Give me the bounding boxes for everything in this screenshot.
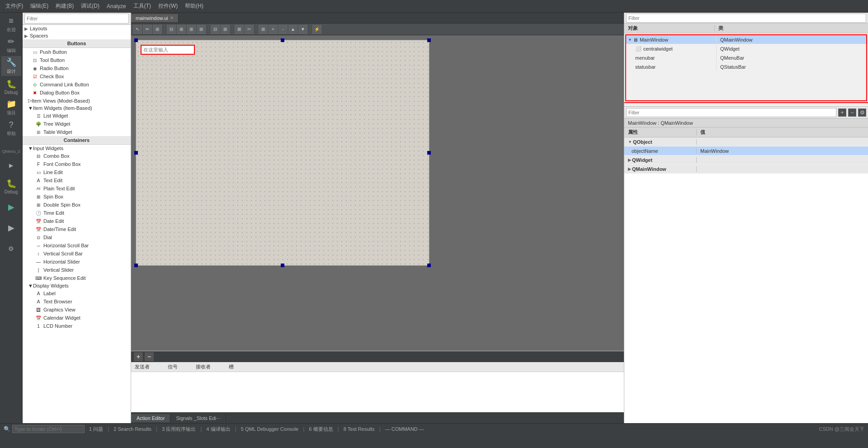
tree-item-check-box[interactable]: ☑ Check Box <box>23 72 131 80</box>
signals-tab-action-editor[interactable]: Action Editor <box>131 414 170 422</box>
tree-group-spacers[interactable]: ▶ Spacers <box>23 32 131 39</box>
sidebar-edit[interactable]: ✏ 编辑 <box>1 35 21 55</box>
sidebar-welcome[interactable]: ≡ 欢迎 <box>1 14 21 34</box>
menu-file[interactable]: 文件(F) <box>2 0 27 12</box>
tree-group-display-widgets[interactable]: ▼ Display Widgets <box>23 282 131 289</box>
sidebar-project[interactable]: 📁 项目 <box>1 98 21 118</box>
tree-item-tool-button[interactable]: ⊡ Tool Button <box>23 56 131 64</box>
prop-minus-button[interactable]: − <box>848 108 856 117</box>
prop-filter-input[interactable] <box>626 108 836 117</box>
tree-item-hscrollbar[interactable]: ↔ Horizontal Scroll Bar <box>23 241 131 250</box>
status-item-2[interactable]: 2 Search Results <box>111 426 154 432</box>
tree-item-hslider[interactable]: — Horizontal Slider <box>23 258 131 266</box>
menu-controls[interactable]: 控件(W) <box>155 0 181 12</box>
canvas[interactable] <box>136 40 429 266</box>
canvas-tool-signal[interactable]: ⚡ <box>312 25 321 34</box>
menu-analyze[interactable]: Analyze <box>103 1 130 11</box>
tree-item-dial[interactable]: ⊙ Dial <box>23 233 131 241</box>
tree-group-layouts[interactable]: ▶ Layouts <box>23 25 131 32</box>
canvas-tool-tab[interactable]: ⊞ <box>259 25 268 34</box>
menu-edit[interactable]: 编辑(E) <box>27 0 52 12</box>
handle-top-left[interactable] <box>134 38 138 42</box>
prop-group-qwidget[interactable]: ▶ QWidget <box>624 156 868 165</box>
tree-item-datetime-edit[interactable]: 📅 Date/Time Edit <box>23 225 131 233</box>
canvas-tool-layout-v[interactable]: ⊞ <box>177 25 186 34</box>
sidebar-misc[interactable]: ⚙ <box>1 239 21 259</box>
sidebar-qmenu[interactable]: ▶ <box>1 156 21 175</box>
menu-tools[interactable]: 工具(T) <box>130 0 155 12</box>
menu-build[interactable]: 构建(B) <box>52 0 77 12</box>
tree-item-time-edit[interactable]: 🕐 Time Edit <box>23 209 131 217</box>
tree-item-graphics-view[interactable]: 🖼 Graphics View <box>23 306 131 314</box>
signals-remove-button[interactable]: − <box>145 352 154 361</box>
obj-row-centralwidget[interactable]: ⬜ centralwidget QWidget <box>626 44 866 53</box>
tree-item-plain-text-edit[interactable]: AI Plain Text Edit <box>23 184 131 193</box>
tree-item-vslider[interactable]: | Vertical Slider <box>23 266 131 274</box>
handle-top-right[interactable] <box>427 38 431 42</box>
status-item-4[interactable]: 4 编译输出 <box>204 426 233 433</box>
menu-debug[interactable]: 调试(D) <box>77 0 103 12</box>
tree-item-vscrollbar[interactable]: ↕ Vertical Scroll Bar <box>23 250 131 258</box>
tree-group-item-views[interactable]: ▷ Item Views (Model-Based) <box>23 97 131 104</box>
sidebar-help[interactable]: ? 帮助 <box>1 118 21 138</box>
sidebar-debug2[interactable]: 🐛 Debug <box>1 176 21 196</box>
canvas-tab-close-icon[interactable]: ✕ <box>170 15 174 20</box>
tree-item-dialog-button-box[interactable]: ✖ Dialog Button Box <box>23 89 131 97</box>
canvas-tool-splitter-h[interactable]: ⊟ <box>211 25 220 34</box>
canvas-tool-tab-add[interactable]: + <box>269 25 278 34</box>
status-item-6[interactable]: 6 概要信息 <box>306 426 335 433</box>
tree-item-radio-button[interactable]: ◉ Radio Button <box>23 64 131 72</box>
canvas-tool-pointer[interactable]: ↖ <box>133 25 142 34</box>
tree-item-spin-box[interactable]: ⊞ Spin Box <box>23 193 131 201</box>
tree-item-command-link[interactable]: ⊙ Command Link Button <box>23 80 131 89</box>
tree-item-calendar-widget[interactable]: 📅 Calendar Widget <box>23 314 131 322</box>
status-item-1[interactable]: 1 问题 <box>86 426 106 433</box>
tree-item-line-edit[interactable]: ▭ Line Edit <box>23 168 131 176</box>
tree-item-tree-widget[interactable]: 🌳 Tree Widget <box>23 120 131 128</box>
signals-tab-slots-editor[interactable]: Signals _Slots Edi··· <box>170 414 226 422</box>
prop-settings-button[interactable]: ⚙ <box>858 108 866 117</box>
tree-item-combo-box[interactable]: ⊟ Combo Box <box>23 152 131 160</box>
canvas-tool-splitter-v[interactable]: ⊞ <box>221 25 230 34</box>
canvas-tab-mainwindow[interactable]: mainwindow.ui ✕ <box>131 14 179 22</box>
tree-item-push-button[interactable]: ▭ Push Button <box>23 48 131 56</box>
obj-row-menubar[interactable]: menubar QMenuBar <box>626 53 866 62</box>
canvas-tool-up[interactable]: ▲ <box>288 25 297 34</box>
status-item-7[interactable]: 8 Test Results <box>341 426 377 432</box>
tree-item-text-edit[interactable]: A Text Edit <box>23 176 131 184</box>
canvas-tool-friend[interactable]: ⊞ <box>153 25 162 34</box>
prop-row-objectname[interactable]: objectName MainWindow <box>624 146 868 156</box>
tree-item-text-browser[interactable]: A Text Browser <box>23 297 131 306</box>
prop-add-button[interactable]: + <box>838 108 846 117</box>
status-item-5[interactable]: 5 QML Debugger Console <box>238 426 301 432</box>
statusbar-search-input[interactable] <box>12 425 85 433</box>
handle-top-center[interactable] <box>281 38 284 42</box>
canvas-tool-adjust[interactable]: ⊠ <box>235 25 244 34</box>
obj-row-statusbar[interactable]: statusbar QStatusBar <box>626 62 866 71</box>
handle-bot-center[interactable] <box>281 264 284 267</box>
widget-filter-input[interactable] <box>24 14 129 24</box>
signals-content[interactable] <box>131 372 624 412</box>
canvas-tool-layout-h[interactable]: ⊟ <box>167 25 176 34</box>
prop-group-qmainwindow[interactable]: ▶ QMainWindow <box>624 165 868 174</box>
tree-group-item-widgets[interactable]: ▼ Item Widgets (Item-Based) <box>23 104 131 112</box>
obj-row-mainwindow[interactable]: ▼ 🖥 MainWindow QMainWindow <box>626 35 866 44</box>
prop-group-qobject[interactable]: ▼ QObject <box>624 137 868 146</box>
tree-group-input-widgets[interactable]: ▼ Input Widgets <box>23 145 131 152</box>
sidebar-design[interactable]: 🔧 设计 <box>1 56 21 76</box>
tree-item-lcd-number[interactable]: 1 LCD Number <box>23 322 131 330</box>
canvas-tool-layout-f[interactable]: ⊞ <box>197 25 206 34</box>
handle-bot-right[interactable] <box>427 264 431 267</box>
canvas-search-input[interactable] <box>141 45 195 55</box>
handle-mid-right[interactable] <box>427 151 431 155</box>
handle-bot-left[interactable] <box>134 264 138 267</box>
canvas-tool-break[interactable]: ✂ <box>245 25 254 34</box>
tree-item-font-combo-box[interactable]: F Font Combo Box <box>23 160 131 168</box>
canvas-tool-down[interactable]: ▼ <box>298 25 307 34</box>
status-item-3[interactable]: 3 应用程序输出 <box>159 426 198 433</box>
tree-item-date-edit[interactable]: 📅 Date Edit <box>23 217 131 225</box>
sidebar-next[interactable]: ▶ <box>1 218 21 238</box>
canvas-tool-tab-del[interactable]: - <box>278 25 288 34</box>
canvas-tool-layout-g[interactable]: ⊞ <box>187 25 196 34</box>
menu-help[interactable]: 帮助(H) <box>181 0 207 12</box>
